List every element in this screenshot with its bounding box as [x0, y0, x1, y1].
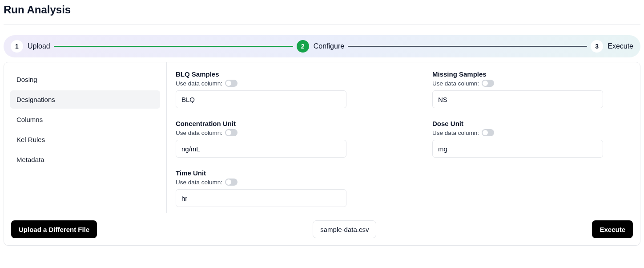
page-title: Run Analysis	[4, 0, 640, 24]
step-execute[interactable]: 3 Execute	[591, 40, 633, 53]
field-toggle-row-missing: Use data column:	[432, 80, 631, 87]
field-toggle-row-dose: Use data column:	[432, 129, 631, 136]
config-card: Dosing Designations Columns Kel Rules Me…	[4, 62, 640, 246]
field-toggle-row-blq: Use data column:	[176, 80, 374, 87]
sidebar-item-metadata[interactable]: Metadata	[10, 150, 160, 169]
sidebar-item-designations[interactable]: Designations	[10, 90, 160, 109]
step-label-upload: Upload	[28, 42, 50, 50]
stepper: 1 Upload 2 Configure 3 Execute	[4, 35, 640, 57]
toggle-label: Use data column:	[432, 130, 479, 136]
config-sidebar: Dosing Designations Columns Kel Rules Me…	[4, 62, 167, 213]
step-configure[interactable]: 2 Configure	[297, 40, 344, 53]
filename-chip[interactable]: sample-data.csv	[313, 220, 376, 238]
card-footer: Upload a Different File sample-data.csv …	[4, 213, 640, 245]
input-blq[interactable]	[176, 90, 346, 108]
input-time[interactable]	[176, 189, 346, 207]
upload-different-file-button[interactable]: Upload a Different File	[11, 220, 97, 238]
toggle-label: Use data column:	[176, 179, 222, 186]
toggle-blq[interactable]	[225, 80, 237, 87]
step-circle-2: 2	[297, 40, 309, 53]
step-connector-2	[348, 46, 587, 47]
field-label-time: Time Unit	[176, 169, 374, 177]
field-toggle-row-time: Use data column:	[176, 179, 374, 186]
field-toggle-row-conc: Use data column:	[176, 129, 374, 136]
toggle-label: Use data column:	[432, 80, 479, 87]
step-circle-3: 3	[591, 40, 603, 53]
sidebar-item-label: Kel Rules	[16, 136, 45, 143]
step-label-configure: Configure	[314, 42, 344, 50]
field-time: Time Unit Use data column:	[176, 169, 374, 207]
input-missing[interactable]	[432, 90, 603, 108]
field-dose: Dose Unit Use data column:	[432, 120, 631, 158]
toggle-label: Use data column:	[176, 130, 222, 136]
execute-button[interactable]: Execute	[592, 220, 633, 238]
sidebar-item-label: Dosing	[16, 76, 37, 83]
step-connector-1	[54, 46, 293, 47]
sidebar-item-label: Metadata	[16, 156, 44, 163]
field-label-dose: Dose Unit	[432, 120, 631, 127]
input-dose[interactable]	[432, 140, 603, 158]
sidebar-item-kel-rules[interactable]: Kel Rules	[10, 130, 160, 149]
field-blq: BLQ Samples Use data column:	[176, 70, 374, 108]
sidebar-item-columns[interactable]: Columns	[10, 110, 160, 129]
field-label-missing: Missing Samples	[432, 70, 631, 78]
toggle-label: Use data column:	[176, 80, 222, 87]
toggle-missing[interactable]	[482, 80, 494, 87]
field-missing: Missing Samples Use data column:	[432, 70, 631, 108]
field-label-blq: BLQ Samples	[176, 70, 374, 78]
field-conc: Concentration Unit Use data column:	[176, 120, 374, 158]
toggle-time[interactable]	[225, 179, 237, 186]
step-upload[interactable]: 1 Upload	[11, 40, 50, 53]
designations-form: BLQ Samples Use data column: Missing Sam…	[167, 62, 640, 213]
toggle-conc[interactable]	[225, 129, 237, 136]
divider	[4, 24, 640, 24]
sidebar-item-dosing[interactable]: Dosing	[10, 70, 160, 89]
step-circle-1: 1	[11, 40, 23, 53]
sidebar-item-label: Columns	[16, 116, 43, 123]
toggle-dose[interactable]	[482, 129, 494, 136]
input-conc[interactable]	[176, 140, 346, 158]
field-label-conc: Concentration Unit	[176, 120, 374, 127]
sidebar-item-label: Designations	[16, 96, 55, 103]
step-label-execute: Execute	[608, 42, 633, 50]
